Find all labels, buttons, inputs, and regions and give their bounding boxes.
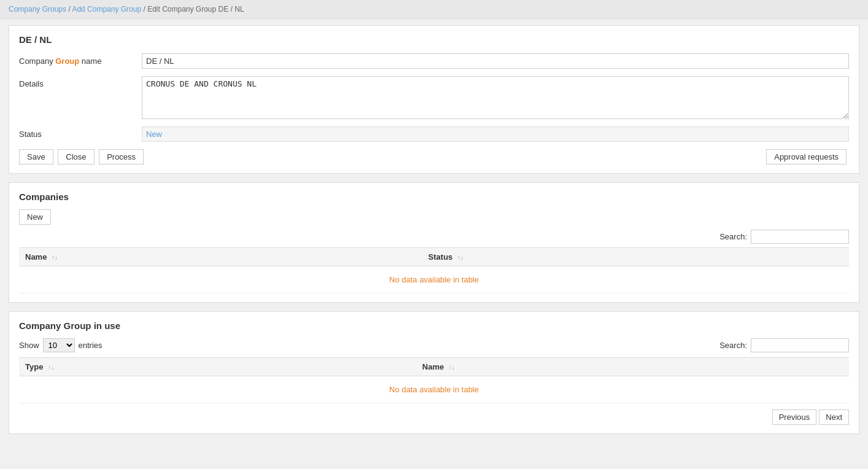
- company-group-in-use-title: Company Group in use: [19, 320, 849, 331]
- companies-no-data-row: No data available in table: [19, 266, 849, 293]
- in-use-table: Type ↑↓ Name ↑↓ No data available in tab…: [19, 357, 849, 403]
- process-button[interactable]: Process: [99, 149, 144, 165]
- entries-label: entries: [79, 341, 103, 350]
- in-use-search-input[interactable]: [751, 338, 849, 352]
- main-card: DE / NL Company Group name DE / NL Detai…: [9, 25, 859, 174]
- companies-table-header-row: Name ↑↓ Status ↑↓: [19, 248, 849, 266]
- companies-col-name[interactable]: Name ↑↓: [19, 248, 422, 266]
- in-use-type-sort-icon[interactable]: ↑↓: [48, 364, 54, 371]
- page-content: DE / NL Company Group name DE / NL Detai…: [0, 19, 868, 449]
- in-use-no-data-message: No data available in table: [19, 376, 849, 403]
- in-use-search-row: Search:: [719, 338, 849, 352]
- group-highlight: Group: [55, 56, 79, 66]
- companies-name-sort-icon[interactable]: ↑↓: [52, 254, 58, 261]
- details-textarea[interactable]: CRONUS DE AND CRONUS NL: [142, 76, 849, 119]
- companies-col-status[interactable]: Status ↑↓: [422, 248, 849, 266]
- companies-card: Companies New Search: Name ↑↓ Status ↑↓: [9, 182, 859, 303]
- company-group-name-row: Company Group name DE / NL: [19, 53, 849, 69]
- details-row: Details CRONUS DE AND CRONUS NL: [19, 76, 849, 119]
- show-label: Show: [19, 341, 39, 350]
- entries-row: Show 10 25 50 100 entries Search:: [19, 338, 849, 352]
- previous-button[interactable]: Previous: [772, 409, 817, 425]
- company-group-in-use-card: Company Group in use Show 10 25 50 100 e…: [9, 311, 859, 434]
- in-use-col-type[interactable]: Type ↑↓: [19, 358, 416, 376]
- approval-requests-button[interactable]: Approval requests: [766, 149, 847, 165]
- pagination-row: Previous Next: [19, 409, 849, 425]
- companies-status-sort-icon[interactable]: ↑↓: [457, 254, 463, 261]
- details-label: Details: [19, 76, 142, 88]
- entries-select[interactable]: 10 25 50 100: [43, 338, 75, 352]
- in-use-col-name[interactable]: Name ↑↓: [416, 358, 849, 376]
- in-use-search-label: Search:: [719, 341, 747, 350]
- save-button[interactable]: Save: [19, 149, 53, 165]
- status-input: New: [142, 126, 849, 142]
- breadcrumb-current: Edit Company Group DE / NL: [147, 5, 244, 14]
- companies-new-button[interactable]: New: [19, 209, 51, 225]
- companies-table: Name ↑↓ Status ↑↓ No data available in t…: [19, 247, 849, 293]
- breadcrumb-link-add-company-group[interactable]: Add Company Group: [72, 5, 141, 14]
- breadcrumb-link-company-groups[interactable]: Company Groups: [9, 5, 66, 14]
- companies-search-input[interactable]: [751, 230, 849, 244]
- status-label: Status: [19, 126, 142, 139]
- companies-title: Companies: [19, 192, 849, 202]
- main-card-title: DE / NL: [19, 34, 849, 45]
- in-use-name-sort-icon[interactable]: ↑↓: [449, 364, 455, 371]
- companies-search-row: Search:: [19, 230, 849, 244]
- company-group-name-input[interactable]: DE / NL: [142, 53, 849, 69]
- close-button[interactable]: Close: [58, 149, 94, 165]
- companies-search-label: Search:: [719, 232, 747, 241]
- entries-left: Show 10 25 50 100 entries: [19, 338, 103, 352]
- in-use-table-header-row: Type ↑↓ Name ↑↓: [19, 358, 849, 376]
- status-row: Status New: [19, 126, 849, 142]
- next-button[interactable]: Next: [819, 409, 849, 425]
- company-group-name-label: Company Group name: [19, 53, 142, 66]
- companies-no-data-message: No data available in table: [19, 266, 849, 293]
- form-buttons-row: Save Close Process Approval requests: [19, 149, 849, 165]
- breadcrumb: Company Groups / Add Company Group / Edi…: [0, 0, 868, 19]
- in-use-no-data-row: No data available in table: [19, 376, 849, 403]
